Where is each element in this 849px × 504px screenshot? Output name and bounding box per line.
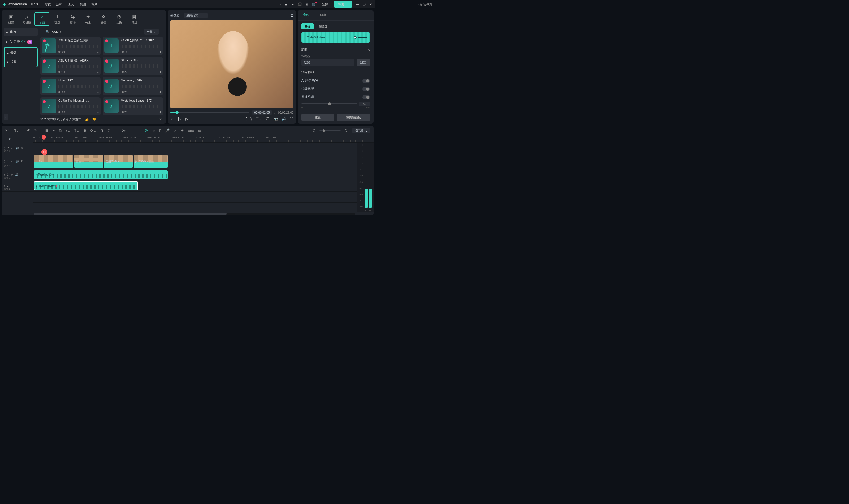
magnet-icon[interactable]: ⊓⌄ <box>13 128 19 133</box>
apps-icon[interactable]: ⊞ <box>306 2 308 6</box>
folder-icon[interactable]: ▱ <box>11 147 13 150</box>
zoom-slider[interactable] <box>320 130 341 131</box>
camera-icon[interactable]: 📷 <box>273 117 278 121</box>
playhead[interactable] <box>43 135 44 215</box>
image-icon[interactable]: 🖼 <box>290 14 293 18</box>
undo-icon[interactable]: ↶ <box>27 128 30 133</box>
tab-transitions[interactable]: ⇆轉場 <box>65 12 80 26</box>
tab-templates[interactable]: ▦模板 <box>127 12 142 26</box>
monitor-icon[interactable]: ▭ <box>278 2 281 6</box>
menu-file[interactable]: 檔案 <box>44 2 51 7</box>
scissors-icon[interactable]: ✂° <box>5 128 10 133</box>
tab-audio[interactable]: ♪音頻 <box>35 12 49 26</box>
shield-icon[interactable]: ▯ <box>159 128 161 133</box>
eq-preset-dropdown[interactable]: 默認⌄ <box>302 59 355 66</box>
result-item[interactable]: ♪ASMR 刮彩票 02 - AISFX00:16⬇ <box>103 37 163 55</box>
audio-clip[interactable]: ♪ Teardrop Sky <box>34 170 168 179</box>
login-button[interactable]: 登錄 <box>320 2 330 7</box>
indicator-dropdown[interactable]: 指示器⌄ <box>353 128 371 133</box>
result-item[interactable]: ♪Go Up The Mountain …00:20⬇ <box>40 97 101 115</box>
audio-clip-selected[interactable]: ♪ Train Window ◆ <box>34 181 138 190</box>
zoom-in-icon[interactable]: ⊕ <box>344 128 347 133</box>
menu-view[interactable]: 視圖 <box>79 2 86 7</box>
text-tool-icon[interactable]: T⌄ <box>74 128 80 133</box>
mute-icon[interactable]: 🔊 <box>15 173 18 176</box>
clip-waveform[interactable]: ♪Train Window <box>302 32 370 43</box>
mute-icon[interactable]: 🔊 <box>15 160 19 163</box>
normal-denoise-toggle[interactable] <box>362 95 370 100</box>
volume-icon[interactable]: 🔊 <box>282 117 286 121</box>
mute-icon[interactable]: 🔊 <box>15 147 19 150</box>
current-time[interactable]: 00:00:02:05 <box>252 110 272 114</box>
eye-icon[interactable]: 👁 <box>21 160 23 163</box>
time-ruler[interactable]: 00:00 00:00:05:00 00:00:10:00 00:00:15:0… <box>33 135 374 143</box>
sidebar-music[interactable]: ▸音樂 <box>4 57 37 66</box>
eye-icon[interactable]: 👁 <box>21 147 23 150</box>
download-icon[interactable]: ⬇ <box>159 50 161 53</box>
result-item[interactable]: ♪Silence - SFX00:20⬇ <box>103 57 163 75</box>
collapse-sidebar-button[interactable]: ‹ <box>4 114 8 120</box>
download-icon[interactable]: ⬇ <box>97 50 99 53</box>
wind-noise-toggle[interactable] <box>362 87 370 91</box>
horizontal-scrollbar[interactable] <box>34 213 355 215</box>
tab-stock[interactable]: ▷素材庫 <box>19 12 34 26</box>
menu-edit[interactable]: 編輯 <box>56 2 62 7</box>
sidebar-mine[interactable]: ▸我的 <box>4 28 38 36</box>
expand-icon[interactable]: ⛶ <box>115 128 118 133</box>
download-icon[interactable]: ⬇ <box>159 71 161 73</box>
crop-icon[interactable]: ⧉ <box>59 128 62 133</box>
download-icon[interactable]: ⬇ <box>97 111 99 114</box>
tab-filters[interactable]: ❖濾鏡 <box>96 12 111 26</box>
folder-icon[interactable]: ▱ <box>11 173 13 176</box>
progress-bar[interactable] <box>170 112 249 113</box>
folder-icon[interactable]: ▱ <box>11 160 13 163</box>
diamond-icon[interactable]: ◇ <box>367 48 370 52</box>
close-icon[interactable]: ✕ <box>159 118 164 121</box>
keyframe-panel-button[interactable]: 關鍵幀面板 <box>337 114 370 121</box>
result-item[interactable]: ♪ASMR 皺巴巴的塑膠厚…02:04⬇ <box>40 37 101 55</box>
tab-audio-props[interactable]: 音頻 <box>298 10 315 20</box>
fullscreen-icon[interactable]: ⛶ <box>290 117 293 121</box>
zoom-out-icon[interactable]: ⊖ <box>312 128 316 133</box>
tab-titles[interactable]: T標題 <box>50 12 65 26</box>
tab-speed[interactable]: 速度 <box>315 10 332 20</box>
add-track-icon[interactable]: ⊞ <box>4 137 6 141</box>
sun-icon[interactable]: ☼ <box>152 128 156 133</box>
cloud-icon[interactable]: ☁ <box>291 2 294 6</box>
export-button[interactable]: 導出⌄ <box>334 1 352 8</box>
subtab-voice-changer[interactable]: 變聲器 <box>316 23 331 30</box>
timeline-tracks[interactable]: 00:00 00:00:05:00 00:00:10:00 00:00:15:0… <box>33 135 374 215</box>
subtab-basic[interactable]: 基礎 <box>302 23 313 30</box>
mic-icon[interactable]: 🎤 <box>165 128 169 133</box>
audio-tool-icon[interactable]: ♪⌄ <box>66 128 71 133</box>
video-clip[interactable]: ▷ AS… <box>34 155 73 168</box>
download-icon[interactable]: ⬇ <box>159 111 161 114</box>
prev-frame-button[interactable]: ◁| <box>170 117 174 121</box>
filter-dropdown[interactable]: 全部⌄ <box>144 29 159 35</box>
record-icon[interactable]: ◉ <box>83 128 87 133</box>
mark-out-button[interactable]: } <box>251 117 252 121</box>
headphones-icon[interactable]: 🎧 <box>298 2 302 6</box>
mixer-icon[interactable]: ⫽ <box>173 128 177 133</box>
sidebar-ai-music[interactable]: ▸AI 音樂ⓘAI <box>4 37 38 46</box>
result-item[interactable]: ♪ASMR 刮樂 01 - AISFX00:13⬇ <box>40 57 101 75</box>
minimize-icon[interactable]: — <box>356 2 359 6</box>
smiley-icon[interactable]: ☺ <box>144 128 148 133</box>
cut-icon[interactable]: ✂ <box>52 128 55 133</box>
close-icon[interactable]: ✕ <box>369 2 372 6</box>
video-clip[interactable]: ▷ ASMR・自由… <box>134 155 168 168</box>
tab-media[interactable]: ▣媒體 <box>4 12 19 26</box>
video-clip[interactable]: 聲樂/ASMR … <box>104 155 133 168</box>
menu-help[interactable]: 幫助 <box>91 2 98 7</box>
thumbs-up-icon[interactable]: 👍 <box>85 118 89 121</box>
preview-viewport[interactable] <box>170 20 293 108</box>
eq-settings-button[interactable]: 設定 <box>357 59 370 66</box>
timer-icon[interactable]: ⏱ <box>107 128 111 133</box>
sidebar-sfx[interactable]: ▸音效 <box>4 49 37 57</box>
download-icon[interactable]: ⬇ <box>159 91 161 94</box>
menu-tools[interactable]: 工具 <box>68 2 74 7</box>
speed-icon[interactable]: ⟳⌄ <box>90 128 96 133</box>
keyframe-marker[interactable] <box>354 36 357 39</box>
group-icon[interactable]: ▭▭ <box>187 128 195 133</box>
more-tools-icon[interactable]: ≫ <box>122 128 126 133</box>
